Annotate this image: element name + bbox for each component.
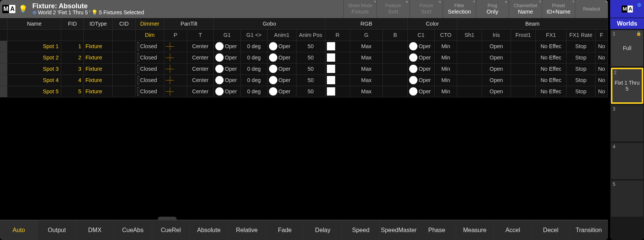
worlds-header[interactable]: MA ⊕	[610, 0, 644, 18]
header-tab-name[interactable]: ChannelSetName	[509, 0, 542, 18]
header-tab-sort[interactable]: FeatureSort	[376, 0, 410, 18]
layer-tab-measure[interactable]: Measure	[456, 220, 494, 240]
toggle-indicator-icon	[505, 1, 507, 3]
sub-header-anim1[interactable]: Anim1	[267, 29, 296, 41]
globe-icon: ⊕	[637, 2, 642, 8]
worlds-title: Worlds	[610, 18, 644, 29]
fixture-row[interactable]: Spot 55FixtureClosedCenterOper0 degOper5…	[0, 86, 608, 97]
sub-header-cto[interactable]: CTO	[434, 29, 457, 41]
layer-tab-cueabs[interactable]: CueAbs	[114, 220, 152, 240]
pantilt-icon	[166, 76, 174, 84]
row-handle[interactable]	[0, 86, 8, 97]
pantilt-icon	[166, 42, 174, 50]
globe-icon: ⊕	[32, 9, 37, 15]
group-header-cid[interactable]: CID	[113, 18, 135, 29]
layer-tab-decel[interactable]: Decel	[532, 220, 570, 240]
shutter-icon	[137, 87, 139, 96]
header-tab-only[interactable]: ProgOnly	[476, 0, 509, 18]
sub-header-blank[interactable]	[84, 29, 113, 41]
group-header-gobo[interactable]: Gobo	[214, 18, 325, 29]
group-header-color[interactable]: Color	[408, 18, 457, 29]
layer-tab-fade[interactable]: Fade	[266, 220, 304, 240]
window-header: MA 💡 Fixture: Absolute ⊕ World 2 'Fixt 1…	[0, 0, 608, 18]
sub-header-blank[interactable]	[8, 29, 61, 41]
world-pool-item[interactable]: 2Fixt 1 Thru 5	[611, 68, 643, 104]
pool-label: Fixt 1 Thru 5	[614, 80, 641, 92]
fixture-row[interactable]: Spot 44FixtureClosedCenterOper0 degOper5…	[0, 74, 608, 86]
row-handle[interactable]	[0, 74, 8, 86]
layer-tab-auto[interactable]: Auto	[0, 220, 38, 240]
fixture-row[interactable]: Spot 22FixtureClosedCenterOper0 degOper5…	[0, 52, 608, 63]
sub-header-g1-[interactable]: G1 <>	[240, 29, 267, 41]
sub-header-iris[interactable]: Iris	[482, 29, 511, 41]
layer-tab-speedmaster[interactable]: SpeedMaster	[380, 220, 418, 240]
color-swatch-icon	[327, 76, 335, 84]
pool-label: Full	[623, 45, 632, 51]
fixture-row[interactable]: Spot 11FixtureClosedCenterOper0 degOper5…	[0, 41, 608, 52]
sub-header-f[interactable]: F	[595, 29, 608, 41]
group-header-pantilt[interactable]: PanTilt	[164, 18, 214, 29]
sub-header-g[interactable]: G	[350, 29, 383, 41]
shutter-icon	[137, 76, 139, 84]
color-swatch-icon	[327, 42, 335, 50]
sub-header-dim[interactable]: Dim	[135, 29, 164, 41]
layer-tab-absolute[interactable]: Absolute	[190, 220, 228, 240]
fixture-sheet-table[interactable]: NameFIDIDTypeCIDDimmerPanTiltGoboRGBColo…	[0, 18, 608, 97]
row-handle[interactable]	[0, 63, 8, 74]
layer-tab-output[interactable]: Output	[38, 220, 76, 240]
group-header-name[interactable]: Name	[8, 18, 61, 29]
sub-header-r[interactable]: R	[325, 29, 350, 41]
sub-header-sh1[interactable]: Sh1	[457, 29, 482, 41]
layer-tab-transition[interactable]: Transition	[570, 220, 608, 240]
sub-header-anim-pos[interactable]: Anim Pos	[296, 29, 325, 41]
layer-tab-delay[interactable]: Delay	[304, 220, 342, 240]
layer-tab-speed[interactable]: Speed	[342, 220, 380, 240]
shutter-icon	[137, 65, 139, 73]
group-header-idtype[interactable]: IDType	[84, 18, 113, 29]
world-name: World 2 'Fixt 1 Thru 5 '	[38, 9, 90, 15]
layer-tab-dmx[interactable]: DMX	[76, 220, 114, 240]
sub-header-fx1-rate[interactable]: FX1 Rate	[567, 29, 596, 41]
header-tab-sort[interactable]: FixtureSort	[410, 0, 443, 18]
row-handle[interactable]	[0, 41, 8, 52]
world-pool-item[interactable]: 5	[611, 181, 643, 217]
group-header-beam[interactable]: Beam	[457, 18, 608, 29]
color-wheel-icon	[409, 53, 417, 62]
header-tab--natural-[interactable]: Readout	[575, 0, 608, 18]
dropdown-indicator-icon	[605, 1, 607, 3]
sub-header-c1[interactable]: C1	[408, 29, 434, 41]
gobo-swatch-icon	[269, 53, 277, 62]
dropdown-indicator-icon	[473, 1, 475, 3]
header-tab-id-name[interactable]: PresetID+Name	[542, 0, 575, 18]
group-header-dimmer[interactable]: Dimmer	[135, 18, 164, 29]
world-pool-item[interactable]: 1🔒Full	[611, 30, 643, 66]
sub-header-p[interactable]: P	[164, 29, 187, 41]
dropdown-indicator-icon	[572, 1, 574, 3]
layer-tab-accel[interactable]: Accel	[494, 220, 532, 240]
sub-header-blank[interactable]	[113, 29, 135, 41]
header-tab-selection[interactable]: FilterSelection	[443, 0, 476, 18]
layer-tab-phase[interactable]: Phase	[418, 220, 456, 240]
header-tab-fixture[interactable]: Sheet ModeFixture	[343, 0, 376, 18]
sub-header-blank[interactable]	[61, 29, 83, 41]
sub-header-g1[interactable]: G1	[214, 29, 240, 41]
bulb-icon: 💡	[18, 5, 28, 14]
layer-tab-relative[interactable]: Relative	[228, 220, 266, 240]
layer-tab-cuerel[interactable]: CueRel	[152, 220, 190, 240]
color-wheel-icon	[409, 87, 417, 96]
sub-header-fx1[interactable]: FX1	[535, 29, 566, 41]
color-swatch-icon	[327, 65, 335, 73]
logo-area[interactable]: MA 💡	[0, 0, 30, 18]
shutter-icon	[137, 42, 139, 50]
world-pool-item[interactable]: 4	[611, 143, 643, 179]
group-header-rgb[interactable]: RGB	[325, 18, 408, 29]
pantilt-icon	[166, 53, 174, 62]
row-handle[interactable]	[0, 52, 8, 63]
fixture-row[interactable]: Spot 33FixtureClosedCenterOper0 degOper5…	[0, 63, 608, 74]
ma-logo-icon: MA	[621, 5, 633, 12]
world-pool-item[interactable]: 3	[611, 105, 643, 141]
group-header-fid[interactable]: FID	[61, 18, 83, 29]
sub-header-b[interactable]: B	[383, 29, 408, 41]
sub-header-t[interactable]: T	[187, 29, 213, 41]
sub-header-frost1[interactable]: Frost1	[511, 29, 535, 41]
